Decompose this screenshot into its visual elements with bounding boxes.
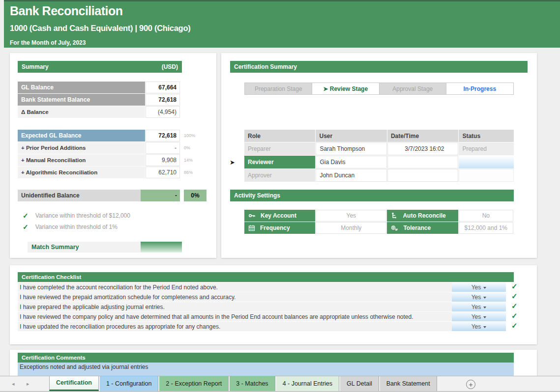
check-icon: ✓ [23, 223, 29, 231]
gl-balance-label: GL Balance [18, 82, 145, 93]
chevron-down-icon [483, 307, 486, 308]
tab-exception-report[interactable]: 2 - Exception Report [159, 376, 229, 391]
reviewer-status[interactable] [459, 156, 514, 168]
unidentified-value[interactable]: - [141, 190, 180, 201]
report-period: For the Month of July, 2023 [10, 39, 86, 46]
comments-input[interactable]: Exceptions noted and adjusted via journa… [18, 363, 514, 376]
tab-gl-detail[interactable]: GL Detail [340, 376, 379, 391]
variance-check-text: Variance within threshold of $12,000 [35, 212, 130, 219]
checklist-item-text: I have prepared the applicable adjusting… [18, 302, 457, 311]
col-status: Status [459, 130, 514, 142]
role-preparer[interactable]: Preparer [244, 142, 315, 155]
activity-settings-header: Activity Settings [230, 190, 514, 201]
preparer-user[interactable]: Sarah Thompson [316, 142, 386, 155]
summary-title: Summary [22, 63, 49, 70]
check-icon: ✓ [511, 321, 518, 330]
prior-period-pct: 0% [184, 142, 190, 154]
manual-recon-pct: 14% [184, 154, 193, 166]
check-icon: ✓ [511, 292, 518, 301]
tab-matches[interactable]: 3 - Matches [230, 376, 275, 391]
tolerance-text: Tolerance [403, 224, 431, 231]
preparer-status[interactable]: Prepared [459, 142, 514, 155]
col-datetime: Date/Time [387, 130, 458, 142]
check-icon: ✓ [511, 311, 518, 320]
approver-date[interactable] [387, 169, 459, 182]
table-row: Δ Balance (4,954) [18, 106, 180, 118]
approver-user[interactable]: John Duncan [316, 169, 386, 182]
tolerance-value[interactable]: $12,000 and 1% [459, 222, 513, 234]
reviewer-user[interactable]: Gia Davis [316, 156, 386, 168]
table-row: GL Balance 67,664 [18, 82, 180, 93]
auto-reconcile-text: Auto Reconcile [403, 212, 445, 219]
role-table: Role User Date/Time Status Preparer Sara… [244, 130, 514, 182]
certification-summary-header: Certification Summary [230, 61, 528, 73]
frequency-value[interactable]: Monthly [316, 222, 386, 234]
comments-header: Certification Comments [18, 353, 514, 363]
stage-approval[interactable]: Approval Stage [379, 83, 446, 94]
stage-preparation[interactable]: Preparation Stage [245, 83, 312, 94]
list-item: I have reviewed the company policy and h… [18, 312, 457, 321]
reviewer-date[interactable] [387, 156, 459, 168]
chevron-down-icon [483, 316, 486, 318]
bank-balance-label: Bank Statement Balance [18, 94, 145, 106]
delta-balance-value[interactable]: (4,954) [146, 106, 180, 118]
variance-check-2: ✓ Variance within threshold of 1% [23, 223, 118, 231]
algo-recon-value[interactable]: 62,710 [146, 167, 180, 178]
chevron-down-icon [483, 297, 486, 299]
checklist-item-text: I have completed the account reconciliat… [18, 282, 457, 292]
tolerance-label: Tolerance [387, 222, 458, 234]
checklist-answer-dropdown[interactable]: Yes [452, 322, 506, 331]
checklist-answer-dropdown[interactable]: Yes [452, 312, 506, 321]
coins-icon [391, 224, 398, 231]
account-entity: 1000 (Cash and Cash Equivalent) | 900 (C… [10, 24, 190, 33]
key-account-value[interactable]: Yes [316, 210, 386, 222]
tab-configuration[interactable]: 1 - Configuration [100, 376, 158, 391]
gl-balance-value[interactable]: 67,664 [146, 82, 180, 93]
check-icon: ✓ [511, 302, 518, 310]
table-row: + Manual Reconciliation 9,908 14% [18, 154, 180, 166]
unidentified-label: Unidentified Balance [18, 190, 141, 201]
summary-panel: Summary (USD) GL Balance 67,664 Bank Sta… [10, 53, 216, 258]
table-row: + Prior Period Additions - 0% [18, 142, 180, 154]
certification-panel: Certification Summary Preparation Stage … [221, 53, 537, 258]
role-reviewer[interactable]: Reviewer [244, 156, 315, 168]
answer-value: Yes [472, 304, 481, 310]
comments-panel: Certification Comments Exceptions noted … [10, 350, 537, 376]
manual-recon-label: + Manual Reconciliation [18, 154, 145, 166]
add-sheet-icon[interactable]: + [466, 380, 475, 389]
frequency-label: Frequency [244, 222, 315, 234]
role-approver[interactable]: Approver [244, 169, 315, 182]
approver-status[interactable] [459, 169, 514, 182]
answer-value: Yes [472, 294, 481, 301]
prior-period-label: + Prior Period Additions [18, 142, 145, 154]
expected-gl-value[interactable]: 72,618 [146, 130, 180, 141]
table-row: + Algorithmic Reconciliation 62,710 86% [18, 167, 180, 178]
summary-currency: (USD) [162, 63, 178, 70]
col-role: Role [244, 130, 315, 142]
variance-check-text: Variance within threshold of 1% [35, 224, 118, 230]
tab-journal-entries[interactable]: 4 - Journal Entries [276, 376, 339, 391]
auto-reconcile-value[interactable]: No [459, 210, 513, 222]
variance-check-1: ✓ Variance within threshold of $12,000 [23, 211, 130, 220]
key-account-label: Key Account [244, 210, 315, 222]
checklist-answer-dropdown[interactable]: Yes [452, 282, 506, 292]
answer-value: Yes [472, 323, 481, 330]
manual-recon-value[interactable]: 9,908 [146, 154, 180, 166]
tab-bank-statement[interactable]: Bank Statement [380, 376, 437, 391]
checklist-answer-dropdown[interactable]: Yes [452, 292, 506, 302]
check-icon: ✓ [511, 282, 518, 291]
expected-gl-pct: 100% [184, 130, 195, 141]
tab-certification[interactable]: Certification [49, 376, 99, 391]
tab-scroll-left-icon[interactable]: ◂ [12, 381, 15, 387]
tab-scroll-right-icon[interactable]: ▸ [27, 381, 29, 387]
preparer-date[interactable]: 3/7/2023 16:02 [387, 142, 459, 155]
unidentified-pct: 0% [184, 190, 206, 201]
stage-review[interactable]: ➤ Review Stage [312, 83, 380, 94]
prior-period-value[interactable]: - [146, 142, 180, 154]
expected-gl-label: Expected GL Balance [18, 130, 145, 141]
checklist-answer-dropdown[interactable]: Yes [452, 302, 506, 311]
flow-icon [391, 212, 398, 219]
table-row: Expected GL Balance 72,618 100% [18, 130, 180, 141]
algo-recon-pct: 86% [184, 167, 193, 178]
bank-balance-value[interactable]: 72,618 [146, 94, 180, 106]
